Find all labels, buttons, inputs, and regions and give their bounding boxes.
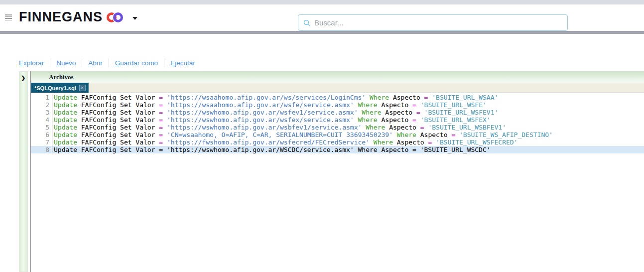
logo-dropdown[interactable]: FINNEGANS [19,9,137,25]
menu-item-explorar[interactable]: Explorar [19,59,50,67]
line-number: 4 [31,116,52,124]
code-text: Update FAFConfig Set Valor = 'https://ws… [52,109,498,116]
header-divider [0,31,644,34]
line-number: 2 [31,101,52,109]
line-number: 1 [31,94,52,101]
line-number: 6 [31,131,52,138]
app-header: FINNEGANS [0,4,644,31]
code-line[interactable]: 2Update FAFConfig Set Valor = 'https://w… [31,101,644,109]
search-box[interactable] [298,14,568,31]
code-line[interactable]: 8Update FAFConfig Set Valor = 'https://w… [31,146,644,153]
code-text: Update FAFConfig Set Valor = 'https://ws… [52,146,491,153]
code-text: Update FAFConfig Set Valor = 'https://ws… [52,101,487,109]
panel-title-bar: Archivos [31,71,644,83]
menu-item-guardar-como[interactable]: Guardar como [109,59,164,67]
code-line[interactable]: 3Update FAFConfig Set Valor = 'https://w… [31,109,644,116]
window-top-strip [0,0,644,4]
infinity-logo-icon [107,12,129,23]
code-line[interactable]: 6Update FAFConfig Set Valor = 'CN=wsaaho… [31,131,644,138]
chevron-down-icon [132,17,137,20]
search-input[interactable] [314,18,562,27]
line-number: 3 [31,109,52,116]
code-text: Update FAFConfig Set Valor = 'CN=wsaahom… [52,131,553,138]
tab-close-icon[interactable]: × [79,85,86,91]
code-text: Update FAFConfig Set Valor = 'https://ws… [52,116,491,124]
line-number: 7 [31,138,52,146]
code-line[interactable]: 1Update FAFConfig Set Valor = 'https://w… [31,94,644,101]
workspace: ❯ Archivos *SQLQuery1.sql × 1Update FAFC… [0,71,644,272]
tab-strip: *SQLQuery1.sql × [31,83,644,93]
code-text: Update FAFConfig Set Valor = 'https://fw… [52,138,517,146]
hamburger-menu-icon[interactable] [5,14,12,20]
sidebar-expander[interactable]: ❯ [19,71,28,272]
menu-item-ejecutar[interactable]: Ejecutar [164,59,201,67]
editor-menu-bar: ExplorarNuevoAbrirGuardar comoEjecutar [19,57,644,69]
search-icon [303,19,310,26]
logo-text: FINNEGANS [19,9,103,25]
code-line[interactable]: 4Update FAFConfig Set Valor = 'https://w… [31,116,644,124]
code-text: Update FAFConfig Set Valor = 'https://ws… [52,124,506,131]
tab-label: *SQLQuery1.sql [34,85,76,91]
code-text: Update FAFConfig Set Valor = 'https://ws… [52,94,498,101]
tab-sqlquery1[interactable]: *SQLQuery1.sql × [31,83,89,93]
panel-title: Archivos [31,73,74,81]
line-number: 8 [31,146,52,153]
code-line[interactable]: 7Update FAFConfig Set Valor = 'https://f… [31,138,644,146]
code-line[interactable]: 5Update FAFConfig Set Valor = 'https://w… [31,124,644,131]
line-number: 5 [31,124,52,131]
chevron-right-icon: ❯ [21,75,25,81]
menu-item-nuevo[interactable]: Nuevo [50,59,82,67]
files-panel: Archivos *SQLQuery1.sql × 1Update FAFCon… [30,71,644,272]
menu-item-abrir[interactable]: Abrir [82,59,109,67]
sql-code-editor[interactable]: 1Update FAFConfig Set Valor = 'https://w… [31,93,644,272]
